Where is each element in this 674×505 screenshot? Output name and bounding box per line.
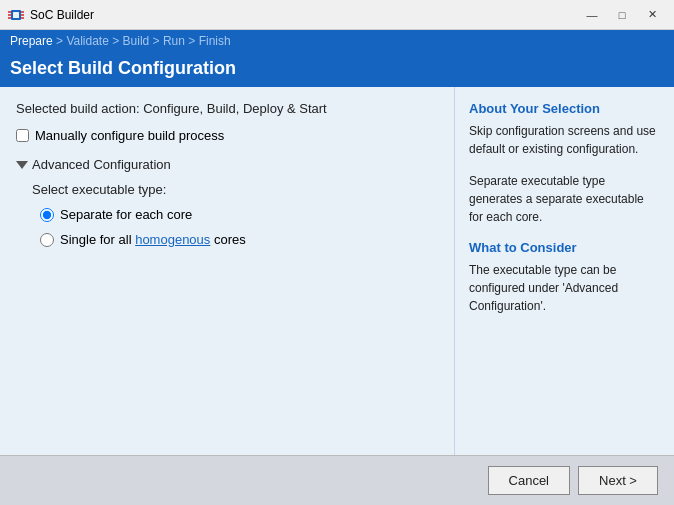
radio-row-separate: Separate for each core (40, 207, 438, 222)
breadcrumb-step-finish: Finish (199, 34, 231, 48)
breadcrumb-separator-3: > (149, 34, 163, 48)
triangle-icon (16, 161, 28, 169)
breadcrumb-separator-4: > (185, 34, 199, 48)
advanced-config-toggle[interactable]: Advanced Configuration (16, 157, 438, 172)
breadcrumb-step-prepare: Prepare (10, 34, 53, 48)
breadcrumb: Prepare > Validate > Build > Run > Finis… (0, 30, 674, 52)
window-controls: — □ ✕ (578, 5, 666, 25)
window-title: SoC Builder (30, 8, 578, 22)
breadcrumb-step-run: Run (163, 34, 185, 48)
right-section3-title: What to Consider (469, 240, 660, 255)
radio-row-single: Single for all homogenous cores (40, 232, 438, 247)
radio-single-prefix: Single for all (60, 232, 135, 247)
radio-single[interactable] (40, 233, 54, 247)
manually-configure-row: Manually configure build process (16, 128, 438, 143)
radio-single-label[interactable]: Single for all homogenous cores (60, 232, 246, 247)
advanced-config-section: Select executable type: Separate for eac… (16, 182, 438, 247)
page-title: Select Build Configuration (10, 58, 236, 78)
breadcrumb-step-build: Build (123, 34, 150, 48)
selected-action-label: Selected build action: Configure, Build,… (16, 101, 438, 116)
right-section3-text: The executable type can be configured un… (469, 261, 660, 315)
radio-single-suffix: cores (210, 232, 245, 247)
maximize-button[interactable]: □ (608, 5, 636, 25)
right-section2-text: Separate executable type generates a sep… (469, 172, 660, 226)
main-content: Selected build action: Configure, Build,… (0, 87, 674, 455)
radio-options: Separate for each core Single for all ho… (32, 207, 438, 247)
radio-separate[interactable] (40, 208, 54, 222)
breadcrumb-separator-1: > (53, 34, 67, 48)
bottom-bar: Cancel Next > (0, 455, 674, 505)
next-button[interactable]: Next > (578, 466, 658, 495)
svg-rect-1 (13, 12, 19, 18)
close-button[interactable]: ✕ (638, 5, 666, 25)
breadcrumb-step-validate: Validate (66, 34, 108, 48)
left-panel: Selected build action: Configure, Build,… (0, 87, 454, 455)
right-panel: About Your Selection Skip configuration … (454, 87, 674, 455)
advanced-config-label: Advanced Configuration (32, 157, 171, 172)
page-title-bar: Select Build Configuration (0, 52, 674, 87)
radio-single-highlight: homogenous (135, 232, 210, 247)
right-section1-text: Skip configuration screens and use defau… (469, 122, 660, 158)
app-icon (8, 7, 24, 23)
minimize-button[interactable]: — (578, 5, 606, 25)
breadcrumb-separator-2: > (109, 34, 123, 48)
cancel-button[interactable]: Cancel (488, 466, 570, 495)
select-exec-label: Select executable type: (32, 182, 438, 197)
manually-configure-label[interactable]: Manually configure build process (35, 128, 224, 143)
right-section1-title: About Your Selection (469, 101, 660, 116)
title-bar: SoC Builder — □ ✕ (0, 0, 674, 30)
manually-configure-checkbox[interactable] (16, 129, 29, 142)
radio-separate-label[interactable]: Separate for each core (60, 207, 192, 222)
